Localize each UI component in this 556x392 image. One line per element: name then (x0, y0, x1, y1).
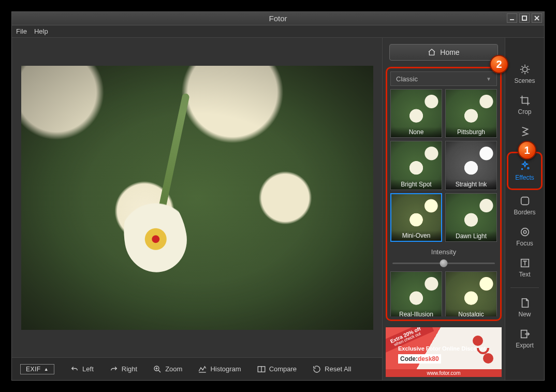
effect-thumb-label: Dawn Light (446, 231, 496, 241)
effect-thumb-label: Nostalgic (446, 309, 496, 316)
effects-icon (519, 161, 531, 172)
photo-canvas[interactable] (21, 66, 373, 330)
zoom-button[interactable]: Zoom (153, 365, 182, 374)
effect-category-label: Classic (396, 75, 418, 83)
svg-line-5 (158, 370, 160, 372)
effect-thumb-label: None (391, 127, 442, 137)
effects-panel: Home Classic ▼ NonePittsburghBright Spot… (383, 38, 505, 380)
rotate-right-button[interactable]: Right (109, 365, 137, 374)
adjust-icon (519, 126, 531, 137)
promo-ad[interactable]: Extra 20% offwhen check out Exclusive Fo… (386, 327, 502, 377)
annotation-marker-2: 2 (490, 55, 508, 74)
tab-scenes[interactable]: Scenes (505, 59, 544, 90)
tab-new[interactable]: New (505, 292, 544, 323)
zoom-icon (153, 365, 162, 374)
svg-point-21 (521, 169, 522, 170)
bottom-toolbar: EXIF ▲ Left Right Zoom Histogram (12, 357, 382, 380)
effect-category-dropdown[interactable]: Classic ▼ (390, 71, 497, 86)
canvas-column: EXIF ▲ Left Right Zoom Histogram (12, 38, 383, 380)
borders-icon (519, 195, 531, 207)
ad-code: Code:desk80 (398, 354, 441, 364)
maximize-button[interactable] (519, 13, 530, 23)
effect-thumb-grid: NonePittsburghBright SpotStraight InkMin… (390, 89, 497, 316)
effect-thumb-label: Bright Spot (391, 179, 442, 190)
close-button[interactable] (532, 13, 542, 23)
crop-icon (519, 95, 531, 106)
intensity-slider[interactable] (392, 259, 495, 267)
effect-thumb[interactable]: Pittsburgh (445, 89, 497, 138)
effect-thumb[interactable]: Dawn Light (445, 193, 497, 242)
menu-help[interactable]: Help (34, 27, 48, 35)
effect-thumb[interactable]: Straight Ink (445, 141, 497, 190)
right-tab-bar: Scenes Crop Adjust Effects (505, 38, 544, 380)
chevron-down-icon: ▼ (486, 76, 491, 82)
tab-export[interactable]: Export (505, 323, 544, 354)
intensity-label: Intensity (392, 248, 495, 256)
effect-thumb-label: Straight Ink (446, 179, 496, 190)
effect-thumb[interactable]: Mini-Oven (390, 193, 442, 242)
home-icon (428, 48, 436, 56)
ad-url: www.fotor.com (386, 369, 502, 377)
export-icon (519, 328, 531, 340)
effect-thumb[interactable]: Bright Spot (390, 141, 442, 190)
svg-rect-1 (522, 16, 526, 20)
window-controls (507, 13, 542, 23)
main-area: EXIF ▲ Left Right Zoom Histogram (12, 38, 544, 380)
histogram-button[interactable]: Histogram (198, 365, 241, 374)
menubar: File Help (12, 25, 544, 38)
svg-line-18 (527, 66, 528, 67)
effect-thumbs-scroll[interactable]: NonePittsburghBright SpotStraight InkMin… (390, 89, 497, 316)
effects-panel-box: Classic ▼ NonePittsburghBright SpotStrai… (386, 67, 502, 321)
rotate-left-button[interactable]: Left (70, 365, 94, 374)
effect-thumb[interactable]: Real-Illusion (390, 271, 442, 316)
tab-borders[interactable]: Borders (505, 190, 544, 221)
tab-crop[interactable]: Crop (505, 90, 544, 121)
tab-focus[interactable]: Focus (505, 221, 544, 252)
rotate-left-icon (70, 365, 79, 374)
tab-effects[interactable]: Effects (508, 155, 541, 186)
menu-file[interactable]: File (16, 27, 27, 35)
effect-thumb-label: Pittsburgh (446, 127, 496, 137)
effect-thumb[interactable]: Nostalgic (445, 271, 497, 316)
minimize-button[interactable] (507, 13, 517, 23)
side-column: Home Classic ▼ NonePittsburghBright Spot… (383, 38, 544, 380)
effect-thumb-label: Real-Illusion (391, 309, 442, 316)
phone-icon (471, 335, 496, 366)
svg-point-24 (523, 230, 526, 234)
exif-button[interactable]: EXIF ▲ (20, 364, 54, 374)
svg-point-11 (522, 67, 527, 71)
window-title: Fotor (12, 14, 544, 23)
text-icon (519, 257, 531, 269)
focus-icon (519, 226, 531, 238)
rotate-right-icon (109, 365, 119, 374)
home-button[interactable]: Home (389, 44, 498, 61)
titlebar: Fotor (12, 12, 544, 25)
scenes-icon (519, 64, 531, 75)
compare-icon (257, 365, 266, 374)
tab-text[interactable]: Text (505, 252, 544, 283)
tab-separator (510, 287, 539, 288)
chevron-up-icon: ▲ (44, 367, 49, 372)
compare-button[interactable]: Compare (257, 365, 297, 374)
svg-line-19 (521, 72, 522, 73)
reset-all-button[interactable]: Reset All (312, 365, 351, 374)
svg-point-20 (528, 167, 529, 169)
svg-line-17 (527, 72, 528, 73)
svg-point-23 (521, 228, 529, 236)
app-window: Fotor File Help EXIF ▲ (11, 11, 545, 381)
reset-icon (312, 365, 321, 374)
svg-line-16 (521, 66, 522, 67)
intensity-control: Intensity (390, 245, 497, 268)
histogram-icon (198, 365, 207, 374)
effect-thumb-label: Mini-Oven (391, 230, 441, 241)
canvas-area (12, 38, 382, 357)
svg-rect-22 (521, 197, 529, 205)
new-icon (519, 297, 531, 309)
effect-thumb[interactable]: None (390, 89, 442, 138)
annotation-marker-1: 1 (518, 141, 536, 159)
